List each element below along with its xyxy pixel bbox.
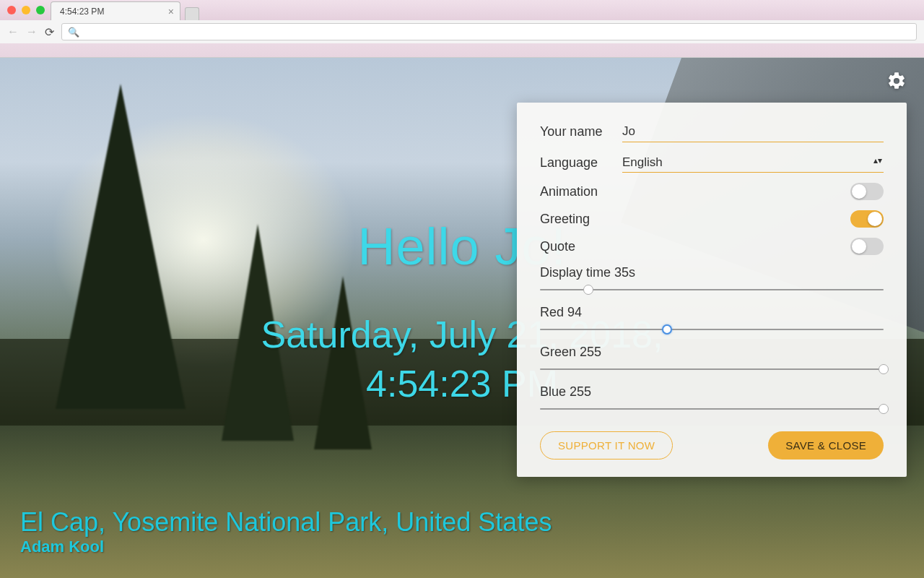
button-row: SUPPORT IT NOW SAVE & CLOSE xyxy=(540,431,884,460)
reload-button[interactable]: ⟳ xyxy=(45,25,54,39)
name-label: Your name xyxy=(540,124,622,139)
language-select[interactable]: English xyxy=(622,152,884,172)
address-bar[interactable]: 🔍 xyxy=(61,23,917,40)
display-time-slider[interactable] xyxy=(540,285,884,295)
red-label: Red 94 xyxy=(540,305,884,320)
search-icon: 🔍 xyxy=(68,27,79,38)
slider-thumb[interactable] xyxy=(879,404,889,414)
blue-label: Blue 255 xyxy=(540,384,884,400)
browser-chrome: 4:54:23 PM × ← → ⟳ 🔍 xyxy=(0,0,924,58)
gear-icon xyxy=(886,71,907,91)
green-slider[interactable] xyxy=(540,364,884,374)
slider-thumb[interactable] xyxy=(583,285,593,295)
slider-thumb[interactable] xyxy=(879,364,889,374)
toolbar: ← → ⟳ 🔍 xyxy=(0,20,924,43)
name-input[interactable] xyxy=(622,121,884,142)
animation-row: Animation xyxy=(540,183,884,200)
language-select-wrap: English ▴▾ xyxy=(622,152,884,173)
back-button[interactable]: ← xyxy=(7,25,19,38)
blue-block: Blue 255 xyxy=(540,384,884,414)
toggle-knob xyxy=(852,184,866,199)
greeting-label: Greeting xyxy=(540,212,590,227)
greeting-row: Greeting xyxy=(540,210,884,228)
tab-bar: 4:54:23 PM × xyxy=(0,0,924,20)
green-label: Green 255 xyxy=(540,345,884,360)
support-button[interactable]: SUPPORT IT NOW xyxy=(540,431,673,460)
green-block: Green 255 xyxy=(540,345,884,374)
settings-panel: Your name Language English ▴▾ Animation … xyxy=(517,103,907,477)
save-close-button[interactable]: SAVE & CLOSE xyxy=(768,431,884,460)
display-time-block: Display time 35s xyxy=(540,265,884,295)
red-block: Red 94 xyxy=(540,305,884,335)
greeting-toggle[interactable] xyxy=(850,210,884,228)
photo-author: Adam Kool xyxy=(20,538,552,556)
settings-gear-button[interactable] xyxy=(886,71,907,91)
toggle-knob xyxy=(852,239,866,254)
tab-title: 4:54:23 PM xyxy=(60,7,104,17)
display-time-label: Display time 35s xyxy=(540,265,884,280)
slider-thumb[interactable] xyxy=(662,324,672,335)
page-content: Hello Jo! Saturday, July 21, 2018, 4:54:… xyxy=(0,58,924,578)
browser-tab[interactable]: 4:54:23 PM × xyxy=(51,1,180,20)
photo-caption: El Cap, Yosemite National Park, United S… xyxy=(20,507,552,556)
language-row: Language English ▴▾ xyxy=(540,152,884,173)
slider-track xyxy=(540,368,884,370)
close-tab-icon[interactable]: × xyxy=(168,6,174,17)
new-tab-button[interactable] xyxy=(185,7,199,20)
blue-slider[interactable] xyxy=(540,404,884,414)
animation-label: Animation xyxy=(540,184,598,199)
language-label: Language xyxy=(540,155,622,171)
animation-toggle[interactable] xyxy=(850,183,884,200)
photo-location: El Cap, Yosemite National Park, United S… xyxy=(20,507,552,538)
quote-label: Quote xyxy=(540,239,575,254)
slider-track xyxy=(540,329,884,330)
toggle-knob xyxy=(868,212,882,226)
quote-toggle[interactable] xyxy=(850,238,884,255)
slider-track xyxy=(540,408,884,410)
red-slider[interactable] xyxy=(540,324,884,335)
quote-row: Quote xyxy=(540,238,884,255)
forward-button[interactable]: → xyxy=(26,25,38,38)
name-row: Your name xyxy=(540,121,884,142)
